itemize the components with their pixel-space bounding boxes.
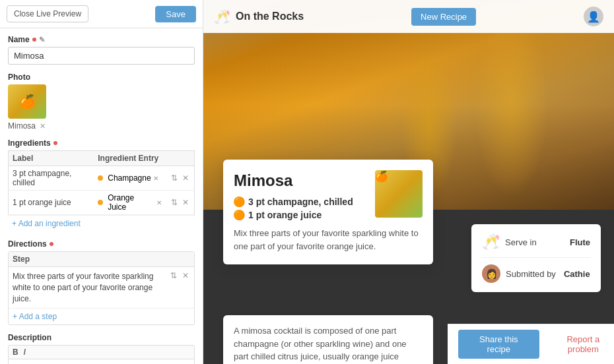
ingredients-label: Ingredients [8, 138, 195, 148]
remove-ingredient-button[interactable]: ✕ [156, 199, 162, 206]
add-ingredient-link[interactable]: + Add an ingredient [8, 215, 195, 231]
step-delete-button[interactable]: ✕ [181, 271, 190, 280]
directions-label: Directions [8, 239, 195, 249]
submitted-by-label: Submitted by [506, 269, 556, 279]
ingredient-name: Orange Juice [108, 193, 154, 212]
reorder-button[interactable]: ⇅ [170, 173, 179, 183]
card-thumbnail: 🍊 [375, 170, 423, 218]
ingredient-dot-1: 🟠 [234, 197, 244, 207]
ingredient-label-cell: 1 pt orange juice [9, 191, 94, 215]
ingredients-table: Label Ingredient Entry 3 pt champagne, c… [8, 150, 195, 215]
ingredients-section: Ingredients Label Ingredient Entry 3 pt [8, 138, 195, 231]
report-problem-button[interactable]: Report a problem [553, 334, 614, 354]
top-bar: Close Live Preview Save [0, 0, 203, 28]
table-row: 3 pt champagne, chilled Champagne ✕ ⇅ [9, 166, 195, 191]
step-reorder-button[interactable]: ⇅ [169, 271, 178, 280]
delete-row-button[interactable]: ✕ [181, 173, 190, 183]
save-button[interactable]: Save [155, 6, 196, 22]
photo-section: Photo 🍊 Mimosa ✕ [8, 73, 195, 131]
photo-label-row: Mimosa ✕ [8, 121, 195, 131]
action-bar: Share this recipe Report a problem [448, 324, 614, 364]
col-label: Label [9, 151, 94, 166]
ingredient-text-2: 1 pt orange juice [248, 210, 322, 220]
ingredient-label-cell: 3 pt champagne, chilled [9, 166, 94, 191]
wine-glass-icon: 🥂 [482, 233, 500, 251]
delete-row-button[interactable]: ✕ [181, 198, 190, 207]
user-avatar: 👤 [584, 7, 603, 26]
name-input[interactable] [8, 47, 195, 65]
description-textarea[interactable]: A mimosa cocktail is composed of one par… [8, 359, 195, 364]
left-panel: Close Live Preview Save Name ✎ Photo 🍊 M… [0, 0, 203, 364]
glass-type: Flute [570, 237, 590, 247]
brand-icon: 🥂 [214, 9, 230, 24]
form-body: Name ✎ Photo 🍊 Mimosa ✕ Ingredients [0, 28, 203, 364]
submitter-name: Cathie [564, 269, 590, 279]
bold-button[interactable]: B [13, 348, 18, 357]
ingredients-table-wrapper: Label Ingredient Entry 3 pt champagne, c… [8, 150, 195, 231]
recipe-directions: Mix three parts of your favorite sparkli… [234, 227, 423, 253]
ingredient-tag: Champagne ✕ [98, 173, 161, 183]
required-indicator [32, 38, 36, 42]
bottom-description-text: A mimosa cocktail is composed of one par… [234, 326, 407, 364]
serve-in-row: 🥂 Serve in Flute [482, 233, 590, 258]
italic-button[interactable]: / [24, 348, 26, 357]
step-text: Mix three parts of your favorite sparkli… [13, 271, 165, 304]
name-section: Name ✎ [8, 35, 195, 65]
recipe-card: 🍊 Mimosa 🟠 3 pt champagne, chilled 🟠 1 p… [223, 160, 433, 264]
ingredient-dot [98, 175, 103, 181]
description-label: Description [8, 333, 195, 342]
step-header: Step [9, 252, 194, 267]
col-entry: Ingredient Entry [94, 151, 165, 166]
ingredients-required [53, 141, 57, 145]
description-section: Description B / A mimosa cocktail is com… [8, 333, 195, 364]
brand-name: On the Rocks [236, 11, 304, 22]
name-label: Name ✎ [8, 35, 195, 44]
remove-photo-button[interactable]: ✕ [40, 122, 46, 131]
directions-box: Step Mix three parts of your favorite sp… [8, 251, 195, 325]
add-step-link[interactable]: + Add a step [9, 308, 194, 324]
new-recipe-button[interactable]: New Recipe [411, 8, 476, 26]
directions-section: Directions Step Mix three parts of your … [8, 239, 195, 325]
directions-required [50, 242, 53, 246]
step-row: Mix three parts of your favorite sparkli… [9, 267, 194, 308]
row-actions: ⇅ ✕ [166, 166, 195, 191]
photo-label: Photo [8, 73, 195, 82]
photo-name: Mimosa [8, 121, 36, 131]
reorder-button[interactable]: ⇅ [170, 198, 179, 207]
ingredient-entry-cell: Champagne ✕ [94, 166, 165, 191]
ingredient-tag: Orange Juice ✕ [98, 193, 161, 212]
description-toolbar: B / [8, 345, 195, 359]
photo-thumbnail: 🍊 [8, 84, 46, 119]
remove-ingredient-button[interactable]: ✕ [153, 175, 158, 182]
submitter-avatar: 👩 [482, 264, 500, 283]
top-nav: 🥂 On the Rocks New Recipe 👤 [203, 0, 614, 33]
col-actions [166, 151, 195, 166]
right-panel: 🥂 On the Rocks New Recipe 👤 🍊 Mimosa 🟠 3… [203, 0, 614, 364]
ingredient-entry-cell: Orange Juice ✕ [94, 191, 165, 215]
close-preview-button[interactable]: Close Live Preview [7, 5, 88, 22]
serve-in-label: Serve in [505, 237, 537, 247]
brand: 🥂 On the Rocks [214, 9, 304, 24]
submitted-row: 👩 Submitted by Cathie [482, 258, 590, 283]
step-actions: ⇅ ✕ [169, 271, 190, 280]
ingredient-name: Champagne [108, 173, 151, 183]
table-row: 1 pt orange juice Orange Juice ✕ ⇅ [9, 191, 195, 215]
ingredient-dot-2: 🟠 [234, 210, 244, 220]
share-recipe-button[interactable]: Share this recipe [458, 330, 539, 359]
ingredient-dot [98, 200, 103, 205]
row-actions: ⇅ ✕ [166, 191, 195, 215]
bottom-description-card: A mimosa cocktail is composed of one par… [223, 315, 433, 364]
ingredient-text-1: 3 pt champagne, chilled [248, 197, 353, 207]
serve-card: 🥂 Serve in Flute 👩 Submitted by Cathie [471, 224, 601, 292]
